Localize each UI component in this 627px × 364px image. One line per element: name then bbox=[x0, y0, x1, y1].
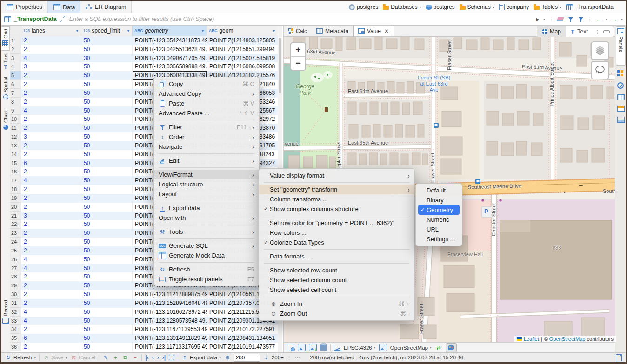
last-row-icon[interactable]: ›| bbox=[162, 354, 166, 361]
column-header-speed-limit[interactable]: 123 speed_limit ▼ bbox=[81, 26, 133, 36]
row-number[interactable]: 27 bbox=[10, 264, 21, 273]
delete-row-icon[interactable]: − bbox=[132, 354, 138, 361]
table-name[interactable]: _TransportData bbox=[14, 16, 57, 22]
submenu-item[interactable]: Data formats ... › bbox=[259, 251, 414, 261]
submenu-item[interactable] bbox=[264, 249, 410, 250]
submenu-item[interactable] bbox=[264, 297, 410, 297]
cell-lanes[interactable]: 4 bbox=[21, 106, 81, 115]
row-number[interactable]: 6 bbox=[10, 80, 21, 89]
tab-value[interactable]: Value ✕ bbox=[353, 26, 394, 36]
menu-item[interactable]: Advanced Paste ... ^ ⇧ V › bbox=[154, 108, 259, 118]
cell-speed-limit[interactable]: 50 bbox=[81, 220, 133, 229]
view-tab-text[interactable]: Text T bbox=[1, 53, 10, 74]
cell-speed-limit[interactable]: 50 bbox=[81, 317, 133, 325]
menu-item[interactable] bbox=[159, 201, 254, 201]
cell-lanes[interactable]: 6 bbox=[21, 159, 81, 168]
submenu-item[interactable] bbox=[264, 263, 410, 264]
menu-item[interactable]: Edit › bbox=[154, 156, 259, 165]
save-filter-icon[interactable] bbox=[567, 16, 574, 22]
submenu-item[interactable]: Zoom In ⌘ + › bbox=[259, 299, 414, 309]
tab-properties[interactable]: Properties bbox=[1, 1, 48, 13]
cell-speed-limit[interactable]: 50 bbox=[81, 194, 133, 203]
cell-lanes[interactable]: 4 bbox=[21, 176, 81, 185]
menu-item[interactable]: Generate SQL › bbox=[154, 241, 259, 251]
refresh-button[interactable]: ↻ Refresh▾ bbox=[5, 354, 36, 361]
row-number[interactable]: 8 bbox=[10, 98, 21, 106]
tab-calc[interactable]: Calc bbox=[284, 26, 312, 36]
osm-link[interactable]: OpenStreetMap bbox=[549, 336, 586, 342]
row-number[interactable]: 25 bbox=[10, 246, 21, 255]
fetch-size-input[interactable] bbox=[234, 354, 260, 362]
erase-filter-icon[interactable] bbox=[557, 17, 564, 21]
menu-item[interactable]: Filter F11 › bbox=[154, 122, 259, 132]
sort-caret-icon[interactable]: ▼ bbox=[75, 29, 79, 33]
submenu-item[interactable]: Show selected row count › bbox=[259, 265, 414, 275]
cell-speed-limit[interactable]: 50 bbox=[81, 203, 133, 212]
cell-speed-limit[interactable]: 50 bbox=[81, 308, 133, 317]
row-number[interactable]: 20 bbox=[10, 203, 21, 212]
dropdown-caret-icon[interactable]: ▾ bbox=[560, 5, 561, 9]
row-number[interactable]: 3 bbox=[10, 54, 21, 63]
row-number[interactable]: 12 bbox=[10, 132, 21, 141]
leaflet-link[interactable]: Leaflet bbox=[524, 336, 539, 342]
view-tab-grid[interactable]: Grid bbox=[1, 26, 10, 51]
row-number[interactable]: 15 bbox=[10, 159, 21, 168]
breadcrumb-item[interactable]: _TransportData ▾ bbox=[566, 4, 614, 10]
export-data-button[interactable]: ↥ Export data▾ bbox=[181, 354, 221, 361]
cell-lanes[interactable]: 2 bbox=[21, 281, 81, 290]
menu-item[interactable]: Tools › bbox=[154, 227, 259, 237]
apply-filter-icon[interactable]: ▶ bbox=[536, 17, 540, 22]
cell-geom[interactable]: POINT Z(1215651.399494 bbox=[207, 45, 278, 54]
cell-speed-limit[interactable]: 50 bbox=[81, 159, 133, 168]
save-image-icon[interactable] bbox=[298, 344, 306, 351]
lasso-select-button[interactable] bbox=[591, 61, 609, 79]
focus-row-icon[interactable] bbox=[169, 355, 174, 360]
row-number[interactable]: 17 bbox=[10, 176, 21, 185]
cell-lanes[interactable]: 2 bbox=[21, 115, 81, 124]
cell-lanes[interactable]: 2 bbox=[21, 167, 81, 176]
tiles-selector[interactable]: OpenStreetMap▾ bbox=[390, 345, 432, 351]
panels-tab[interactable]: Panels bbox=[616, 26, 626, 66]
breadcrumb-item[interactable]: Tables ▾ bbox=[534, 4, 561, 10]
cell-speed-limit[interactable]: 50 bbox=[81, 36, 133, 45]
cell-geometry[interactable]: POINT(-123.11713317695 49.2 bbox=[133, 343, 207, 351]
map-view-button[interactable]: Map bbox=[537, 26, 566, 37]
cell-lanes[interactable]: 2 bbox=[21, 150, 81, 159]
layers-button[interactable] bbox=[591, 41, 609, 60]
transform-menu-item[interactable]: Binary bbox=[416, 195, 462, 205]
cell-speed-limit[interactable]: 50 bbox=[81, 141, 133, 150]
menu-item[interactable]: Open with › bbox=[154, 213, 259, 223]
row-number[interactable]: 14 bbox=[10, 150, 21, 159]
cell-geometry[interactable]: POINT(-123.0366589898 49.21 bbox=[133, 62, 207, 71]
value-viewer-icon[interactable] bbox=[617, 82, 624, 89]
cell-lanes[interactable]: 6 bbox=[21, 334, 81, 343]
menu-item[interactable]: Layout › bbox=[154, 189, 259, 199]
row-number[interactable]: 1 bbox=[10, 36, 21, 45]
submenu-item[interactable]: Show selected column count › bbox=[259, 275, 414, 285]
table-row[interactable]: 3 4 30 POINT(-123.0490671705 49.20 POINT… bbox=[10, 54, 278, 63]
cell-lanes[interactable]: 2 bbox=[21, 124, 81, 132]
breadcrumb-item[interactable]: Schemas ▾ bbox=[460, 4, 494, 10]
next-row-icon[interactable]: › bbox=[157, 354, 159, 361]
cell-lanes[interactable]: 2 bbox=[21, 98, 81, 106]
row-number[interactable]: 11 bbox=[10, 124, 21, 132]
transform-menu-item[interactable]: Default bbox=[416, 185, 462, 195]
cell-lanes[interactable]: 4 bbox=[21, 255, 81, 264]
cell-geom[interactable]: POINT Z(1208431.134051 bbox=[207, 334, 278, 343]
cell-lanes[interactable]: 4 bbox=[21, 264, 81, 273]
table-row[interactable]: 36 2 50 POINT(-123.11713317695 49.2 POIN… bbox=[10, 343, 278, 351]
row-number[interactable]: 5 bbox=[10, 71, 21, 80]
menu-item[interactable]: Logical structure › bbox=[154, 179, 259, 189]
row-number[interactable]: 30 bbox=[10, 290, 21, 299]
cell-lanes[interactable]: 2 bbox=[21, 203, 81, 212]
fetch-next-button[interactable]: ⇣ 200+ bbox=[263, 354, 284, 361]
cell-lanes[interactable]: 2 bbox=[21, 290, 81, 299]
transform-menu-item[interactable]: Settings ... bbox=[416, 234, 462, 244]
row-number[interactable]: 31 bbox=[10, 299, 21, 308]
cell-speed-limit[interactable]: 50 bbox=[81, 229, 133, 238]
crs-selector[interactable]: EPSG:4326▾ bbox=[344, 345, 376, 351]
row-number[interactable]: 28 bbox=[10, 272, 21, 281]
cancel-button[interactable]: ⊠ Cancel bbox=[71, 354, 96, 361]
cell-speed-limit[interactable]: 50 bbox=[81, 238, 133, 246]
duplicate-row-icon[interactable]: ⧉ bbox=[122, 354, 128, 361]
